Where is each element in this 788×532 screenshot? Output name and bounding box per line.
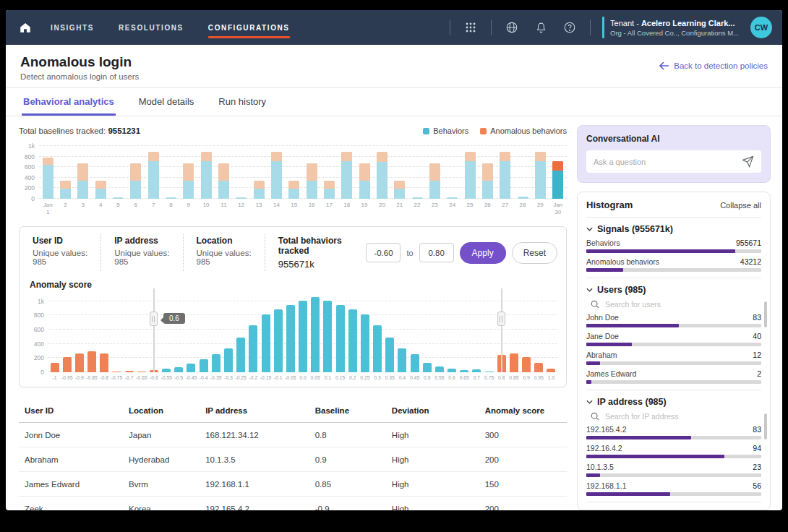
- y-axis-label: 200: [19, 184, 35, 192]
- bar-slot: [123, 294, 135, 372]
- x-axis-label: -0.3: [222, 375, 234, 381]
- tab-behavioral-analytics[interactable]: Behavioral analytics: [22, 88, 116, 116]
- anomaly-bar: [361, 314, 369, 372]
- bar-slot: [86, 294, 98, 372]
- table-row: ZeekKorea192.165.4.2-0.9High200: [19, 497, 567, 510]
- conversational-ai-panel: Conversational AI: [577, 125, 771, 183]
- tenant-info[interactable]: Tenant - Acelero Learning Clark... Org -…: [602, 17, 739, 38]
- histogram-item-label: Abraham: [586, 351, 617, 359]
- range-to-input[interactable]: [419, 243, 454, 262]
- anomaly-bar: [522, 357, 531, 372]
- slider-handle-upper-line: [501, 288, 502, 372]
- bar-slot: [471, 294, 483, 372]
- histogram-item: 192.168.1.156: [586, 481, 761, 496]
- anomaly-bar: [249, 325, 257, 372]
- histogram-section: IP address (985)192.165.4.283192.16.4.29…: [586, 390, 761, 502]
- x-axis-label: 19: [356, 202, 373, 216]
- section-search-input[interactable]: [605, 412, 761, 421]
- nav-item-insights[interactable]: INSIGHTS: [51, 10, 94, 45]
- nav-item-resolutions[interactable]: RESOLUTIONS: [119, 10, 184, 45]
- table-cell: Zeek: [19, 497, 123, 510]
- anomaly-bar: [286, 305, 295, 372]
- x-axis-label: 0.6: [446, 375, 458, 381]
- anomaly-bar: [336, 305, 345, 372]
- bar-slot: [145, 141, 162, 199]
- anomaly-bar: [311, 297, 320, 372]
- home-button[interactable]: [19, 21, 32, 34]
- app-window: INSIGHTSRESOLUTIONSCONFIGURATIONS Tenant…: [6, 10, 782, 510]
- x-axis-label: 21: [391, 202, 408, 216]
- slider-tooltip: 0.6: [163, 313, 185, 324]
- histogram-section-header[interactable]: Users (985): [586, 285, 761, 295]
- histogram-section-header[interactable]: Signals (955671k): [586, 224, 761, 234]
- section-search-field: [591, 412, 761, 421]
- histogram-section-header[interactable]: IP address (985): [586, 397, 761, 407]
- anomaly-score-chart: 02004006008001k0.6 -1-0.95-0.9-0.85-0.8-…: [28, 294, 557, 381]
- collapse-all-link[interactable]: Collapse all: [720, 201, 761, 210]
- apps-grid-button[interactable]: [462, 19, 479, 36]
- x-axis-label: -0.35: [210, 375, 222, 381]
- filter-field-value: Unique values: 985: [197, 249, 252, 266]
- bell-icon: [535, 22, 547, 34]
- histogram-item-track: [586, 324, 761, 327]
- reset-button[interactable]: Reset: [512, 242, 557, 264]
- histogram-item-bar: [586, 492, 670, 496]
- bar-slot: [545, 294, 557, 372]
- table-cell: 0.85: [309, 472, 386, 497]
- anomalous-segment: [130, 163, 141, 181]
- range-from-input[interactable]: [366, 243, 401, 262]
- filter-field-value: Unique values: 985: [33, 249, 87, 266]
- bar-slot: [334, 294, 346, 372]
- y-axis-label: 0: [19, 195, 35, 202]
- bar-slot: [111, 294, 123, 372]
- tab-run-history[interactable]: Run history: [217, 88, 267, 116]
- anomalous-segment: [394, 181, 405, 189]
- slider-handle-lower[interactable]: [150, 312, 158, 326]
- x-axis-label: -0.15: [260, 375, 272, 381]
- anomaly-bar: [262, 314, 270, 372]
- language-button[interactable]: [503, 19, 521, 36]
- bar-slot: [514, 141, 531, 199]
- anomaly-bar: [385, 338, 394, 372]
- histogram-item-label: 192.168.1.1: [586, 481, 626, 490]
- bar-slot: [98, 294, 111, 372]
- bar-slot: [135, 294, 147, 372]
- baseline-bar: [482, 163, 493, 199]
- apply-button[interactable]: Apply: [460, 242, 506, 264]
- section-search-input[interactable]: [605, 300, 761, 309]
- slider-handle-upper[interactable]: [497, 312, 505, 326]
- x-axis-label: 3: [74, 202, 92, 216]
- anomaly-bar: [435, 366, 444, 372]
- bar-slot: [346, 294, 359, 372]
- x-axis-label: Jan 1: [39, 202, 56, 216]
- search-icon: [591, 412, 599, 421]
- x-axis-label: 13: [250, 202, 267, 216]
- histogram-item-label: James Edward: [586, 369, 636, 378]
- user-avatar[interactable]: CW: [750, 17, 772, 38]
- back-to-detection-policies-link[interactable]: Back to detection policies: [659, 61, 768, 70]
- x-axis-label: 0.85: [508, 375, 520, 381]
- ask-question-input[interactable]: [594, 158, 742, 166]
- baseline-bar: [307, 163, 317, 199]
- slider-grip: [152, 316, 155, 322]
- bar-slot: [421, 294, 433, 372]
- scrollbar-thumb[interactable]: [764, 413, 767, 439]
- bar-slot: [127, 141, 145, 199]
- x-axis-label: -0.8: [98, 375, 111, 381]
- table-row: James EdwardBvrm192.168.1.10.85High150: [19, 472, 567, 497]
- tab-model-details[interactable]: Model details: [137, 88, 196, 116]
- filter-field: User IDUnique values: 985: [28, 234, 100, 271]
- search-icon: [591, 300, 599, 309]
- filter-field: LocationUnique values: 985: [183, 234, 265, 271]
- x-axis-label: 28: [514, 202, 531, 216]
- histogram-section-header[interactable]: Location (985): [586, 509, 761, 510]
- baseline-bar: [166, 197, 176, 199]
- help-button[interactable]: [561, 19, 578, 36]
- notifications-button[interactable]: [532, 19, 549, 36]
- x-axis-label: -0.4: [197, 375, 210, 381]
- bar-slot: [373, 141, 390, 199]
- scrollbar-thumb[interactable]: [764, 301, 767, 327]
- nav-item-configurations[interactable]: CONFIGURATIONS: [208, 10, 290, 45]
- send-icon[interactable]: [742, 155, 754, 168]
- baseline-bar: [535, 152, 546, 199]
